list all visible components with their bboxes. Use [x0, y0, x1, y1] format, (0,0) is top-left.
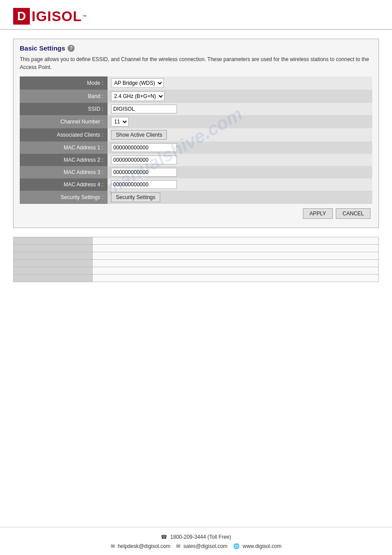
- field-value[interactable]: [108, 103, 372, 115]
- footer-contact-line: ✉ helpdesk@digisol.com ✉ sales@digisol.c…: [0, 542, 392, 551]
- field-value[interactable]: AP Bridge (WDS)APClientWDS: [108, 76, 372, 90]
- field-button[interactable]: Security Settings: [111, 192, 160, 202]
- apply-button[interactable]: APPLY: [303, 208, 333, 219]
- basic-settings-panel: Basic Settings ? This page allows you to…: [13, 39, 379, 228]
- info-label: [14, 260, 93, 267]
- table-row: [14, 245, 379, 252]
- settings-table: Mode :AP Bridge (WDS)APClientWDSBand :2.…: [20, 76, 372, 204]
- field-value[interactable]: [108, 166, 372, 178]
- footer: ☎ 1800-209-3444 (Toll Free) ✉ helpdesk@d…: [0, 527, 392, 555]
- field-label: Band :: [20, 90, 108, 103]
- phone-icon: ☎: [161, 533, 167, 542]
- logo-text: IGISOL: [32, 8, 82, 25]
- info-label: [14, 237, 93, 245]
- panel-title: Basic Settings ?: [20, 44, 372, 52]
- settings-row: MAC Address 3 :: [20, 166, 372, 178]
- info-label: [14, 267, 93, 275]
- settings-row: Channel Number :12345678910111213: [20, 115, 372, 128]
- action-row: APPLY CANCEL: [20, 204, 372, 221]
- table-row: [14, 275, 379, 282]
- settings-row: Associated Clients :Show Active Clients: [20, 128, 372, 141]
- settings-row: Band :2.4 GHz (B+G+N)2.4 GHz (B)2.4 GHz …: [20, 90, 372, 103]
- field-value[interactable]: Show Active Clients: [108, 128, 372, 141]
- field-input[interactable]: [111, 180, 177, 189]
- field-value[interactable]: Security Settings: [108, 191, 372, 204]
- main-content: Basic Settings ? This page allows you to…: [0, 30, 392, 300]
- email-icon: ✉: [111, 542, 115, 551]
- info-value: [93, 267, 379, 275]
- settings-row: MAC Address 2 :: [20, 154, 372, 166]
- field-label: Mode :: [20, 76, 108, 90]
- field-label: Channel Number :: [20, 115, 108, 128]
- header: D IGISOL™: [0, 0, 392, 30]
- field-value[interactable]: [108, 178, 372, 191]
- field-label: SSID :: [20, 103, 108, 115]
- field-select[interactable]: AP Bridge (WDS)APClientWDS: [111, 78, 164, 88]
- footer-website: www.digisol.com: [243, 543, 282, 549]
- field-label: MAC Address 3 :: [20, 166, 108, 178]
- logo-tm: ™: [82, 14, 86, 19]
- info-label: [14, 245, 93, 252]
- field-value[interactable]: [108, 141, 372, 154]
- settings-row: Mode :AP Bridge (WDS)APClientWDS: [20, 76, 372, 90]
- field-button[interactable]: Show Active Clients: [111, 130, 167, 140]
- field-input[interactable]: [111, 105, 177, 113]
- sales-icon: ✉: [176, 542, 180, 551]
- info-value: [93, 245, 379, 252]
- help-icon[interactable]: ?: [68, 45, 75, 52]
- panel-title-text: Basic Settings: [20, 44, 65, 52]
- info-label: [14, 252, 93, 260]
- settings-row: MAC Address 1 :: [20, 141, 372, 154]
- settings-row: SSID :: [20, 103, 372, 115]
- settings-row: Security Settings :Security Settings: [20, 191, 372, 204]
- field-label: MAC Address 2 :: [20, 154, 108, 166]
- field-label: Associated Clients :: [20, 128, 108, 141]
- field-value[interactable]: [108, 154, 372, 166]
- field-input[interactable]: [111, 143, 177, 152]
- logo: D IGISOL™: [13, 8, 379, 25]
- info-label: [14, 275, 93, 282]
- footer-helpdesk: helpdesk@digisol.com: [118, 543, 170, 549]
- settings-row: MAC Address 4 :: [20, 178, 372, 191]
- info-table: [13, 237, 379, 282]
- info-value: [93, 275, 379, 282]
- info-value: [93, 237, 379, 245]
- table-row: [14, 252, 379, 260]
- table-row: [14, 267, 379, 275]
- logo-d-box: D: [13, 8, 30, 25]
- info-value: [93, 260, 379, 267]
- table-row: [14, 237, 379, 245]
- footer-sales: sales@digisol.com: [183, 543, 227, 549]
- web-icon: 🌐: [233, 542, 240, 551]
- logo-d-letter: D: [17, 10, 26, 22]
- field-value[interactable]: 12345678910111213: [108, 115, 372, 128]
- field-value[interactable]: 2.4 GHz (B+G+N)2.4 GHz (B)2.4 GHz (G)2.4…: [108, 90, 372, 103]
- info-value: [93, 252, 379, 260]
- field-label: MAC Address 1 :: [20, 141, 108, 154]
- footer-phone: 1800-209-3444 (Toll Free): [170, 534, 231, 540]
- field-input[interactable]: [111, 156, 177, 164]
- cancel-button[interactable]: CANCEL: [336, 208, 370, 219]
- panel-description: This page allows you to define ESSID, an…: [20, 55, 372, 71]
- field-label: Security Settings :: [20, 191, 108, 204]
- field-select[interactable]: 2.4 GHz (B+G+N)2.4 GHz (B)2.4 GHz (G)2.4…: [111, 91, 165, 101]
- field-input[interactable]: [111, 168, 177, 177]
- field-select[interactable]: 12345678910111213: [111, 117, 129, 127]
- field-label: MAC Address 4 :: [20, 178, 108, 191]
- table-row: [14, 260, 379, 267]
- footer-phone-line: ☎ 1800-209-3444 (Toll Free): [0, 533, 392, 542]
